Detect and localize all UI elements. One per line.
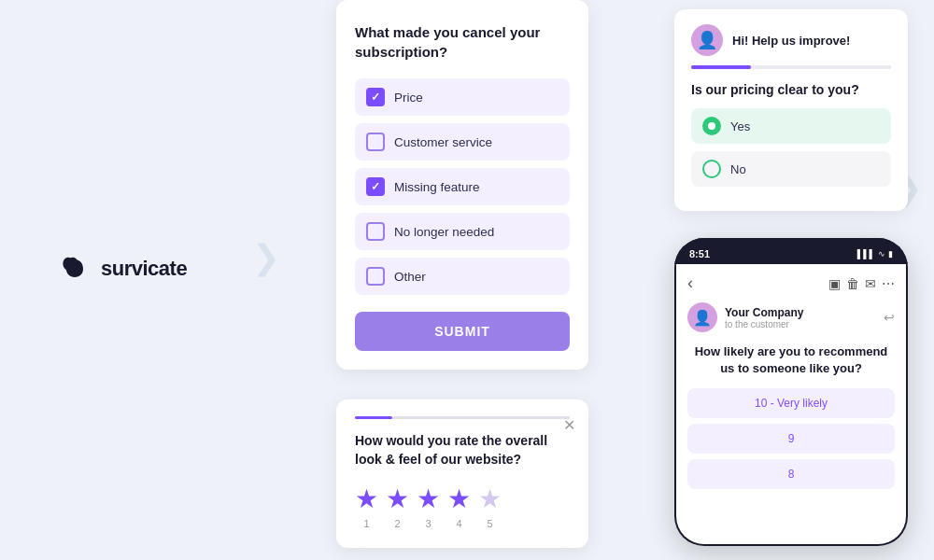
phone-action-buttons: ▣ 🗑 ✉ ⋯ — [828, 276, 895, 291]
star-rating-card: ✕ How would you rate the overall look & … — [336, 399, 588, 548]
survey-title: What made you cancel your subscription? — [355, 22, 570, 62]
phone-question: How likely are you to recommend us to so… — [687, 343, 895, 377]
widget-header: 👤 Hi! Help us improve! — [691, 24, 891, 56]
option-other-label: Other — [394, 270, 426, 284]
radio-yes[interactable] — [702, 117, 721, 135]
option-no-longer-needed[interactable]: No longer needed — [355, 213, 570, 250]
phone-sender-sub: to the customer — [725, 319, 803, 329]
star-5-icon: ★ — [478, 483, 502, 514]
stars-progress — [355, 416, 570, 419]
checkbox-no-longer-needed[interactable] — [366, 222, 385, 241]
option-no-longer-needed-label: No longer needed — [394, 225, 494, 239]
widget-hi-text: Hi! Help us improve! — [732, 34, 850, 48]
phone-status-icons: ▌▌▌ ∿ ▮ — [857, 249, 893, 259]
phone-sender-info: Your Company to the customer — [725, 306, 803, 329]
option-customer-service-label: Customer service — [394, 135, 492, 149]
logo-icon — [58, 252, 92, 286]
option-missing-feature-label: Missing feature — [394, 180, 480, 194]
option-customer-service[interactable]: Customer service — [355, 123, 570, 161]
archive-icon[interactable]: ▣ — [828, 276, 841, 291]
star-1-num: 1 — [363, 518, 369, 529]
logo-text: survicate — [101, 257, 187, 281]
phone-notch: 8:51 ▌▌▌ ∿ ▮ — [674, 238, 908, 264]
checkbox-missing-feature[interactable] — [366, 177, 385, 196]
star-4[interactable]: ★ 4 — [447, 483, 471, 529]
radio-no[interactable] — [702, 160, 721, 178]
phone-time: 8:51 — [689, 248, 710, 259]
checkbox-other[interactable] — [366, 267, 385, 286]
widget-option-no[interactable]: No — [691, 151, 891, 187]
radio-no-label: No — [730, 162, 746, 176]
option-price-label: Price — [394, 91, 423, 105]
close-icon[interactable]: ✕ — [563, 416, 575, 434]
reply-icon[interactable]: ↩ — [884, 310, 895, 325]
email-icon[interactable]: ✉ — [865, 276, 876, 291]
widget-avatar: 👤 — [691, 24, 723, 56]
phone-sender: 👤 Your Company to the customer ↩ — [687, 302, 895, 332]
checkbox-price[interactable] — [366, 88, 385, 106]
star-3-num: 3 — [425, 518, 431, 529]
star-2-icon: ★ — [386, 483, 409, 514]
star-4-icon: ★ — [447, 483, 471, 514]
logo: survicate — [58, 252, 187, 286]
decorative-arrow-left: ❯ — [252, 238, 280, 277]
phone-back-button[interactable]: ‹ — [687, 273, 693, 293]
radio-yes-label: Yes — [730, 119, 750, 133]
widget-question: Is our pricing clear to you? — [691, 82, 891, 97]
option-missing-feature[interactable]: Missing feature — [355, 168, 570, 205]
widget-progress-fill — [691, 65, 751, 69]
widget-option-yes[interactable]: Yes — [691, 108, 891, 144]
star-3-icon: ★ — [417, 483, 440, 514]
phone-sender-avatar: 👤 — [687, 302, 717, 332]
phone-mockup: 8:51 ▌▌▌ ∿ ▮ ‹ ▣ 🗑 ✉ ⋯ 👤 Your Company to… — [674, 238, 908, 546]
stars-progress-rest — [392, 416, 570, 419]
star-2-num: 2 — [394, 518, 400, 529]
checkbox-customer-service[interactable] — [366, 133, 385, 151]
star-4-num: 4 — [456, 518, 461, 529]
star-1-icon: ★ — [355, 483, 378, 514]
stars-row: ★ 1 ★ 2 ★ 3 ★ 4 ★ 5 — [355, 483, 570, 529]
phone-nav: ‹ ▣ 🗑 ✉ ⋯ — [687, 273, 895, 293]
phone-option-9[interactable]: 9 — [687, 424, 895, 454]
star-3[interactable]: ★ 3 — [417, 483, 440, 529]
star-5-num: 5 — [487, 518, 492, 529]
more-icon[interactable]: ⋯ — [882, 276, 895, 291]
submit-button[interactable]: SUBMIT — [355, 312, 570, 351]
phone-sender-name: Your Company — [725, 306, 803, 319]
option-other[interactable]: Other — [355, 258, 570, 295]
trash-icon[interactable]: 🗑 — [846, 276, 859, 291]
pricing-widget-card: 👤 Hi! Help us improve! Is our pricing cl… — [674, 9, 908, 211]
stars-progress-fill — [355, 416, 392, 419]
battery-icon: ▮ — [888, 249, 893, 259]
star-1[interactable]: ★ 1 — [355, 483, 378, 529]
stars-question: How would you rate the overall look & fe… — [355, 432, 570, 469]
signal-icon: ▌▌▌ — [857, 249, 875, 259]
phone-option-8[interactable]: 8 — [687, 459, 895, 489]
widget-progress-bar — [691, 65, 891, 69]
phone-screen: ‹ ▣ 🗑 ✉ ⋯ 👤 Your Company to the customer… — [676, 264, 906, 544]
star-5[interactable]: ★ 5 — [478, 483, 502, 529]
wifi-icon: ∿ — [878, 249, 885, 259]
checkbox-survey-card: What made you cancel your subscription? … — [336, 0, 588, 370]
phone-option-10[interactable]: 10 - Very likely — [687, 388, 895, 418]
star-2[interactable]: ★ 2 — [386, 483, 409, 529]
option-price[interactable]: Price — [355, 78, 570, 116]
